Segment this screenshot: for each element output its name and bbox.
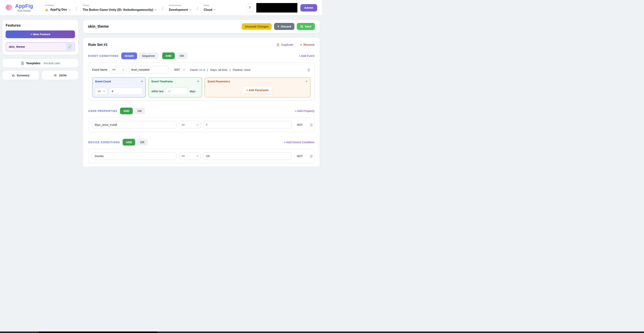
context-selectors: Company AppFig Dev / Tenant The Button G… <box>45 4 216 12</box>
ruleset-panel: Rule Set #1 Duplicate × Remove <box>83 38 320 167</box>
event-summary: Count: >= 4 | Days: all time | Params: n… <box>190 68 250 71</box>
device-value-input[interactable] <box>203 152 292 160</box>
tenant-label: Tenant <box>83 4 156 7</box>
property-name-input[interactable] <box>92 121 176 129</box>
edit-feature-button[interactable] <box>66 43 73 50</box>
breadcrumb-separator: / <box>197 6 198 11</box>
event-timeframe-card: Event Timeframe × within last days <box>148 77 202 97</box>
environment-label: Environment <box>169 4 191 7</box>
remove-ruleset-button[interactable]: × Remove <box>300 43 314 46</box>
chevron-down-icon <box>183 68 185 70</box>
chevron-down-icon <box>196 155 198 157</box>
event-not-select[interactable]: NOT <box>174 66 186 74</box>
save-button[interactable]: Save <box>297 23 315 30</box>
device-logic-or-toggle[interactable]: OR <box>137 139 148 145</box>
timeframe-days-input[interactable] <box>166 88 188 95</box>
event-count-card: Event Count × >= <box>92 77 146 97</box>
main-content: skin_theme Unsaved Changes × Discard Sav… <box>83 20 320 167</box>
chevron-down-icon <box>103 90 105 92</box>
summary-label: Summary <box>17 74 30 77</box>
add-parameter-button[interactable]: + Add Parameter <box>243 87 272 94</box>
count-value-input[interactable] <box>109 88 143 95</box>
property-search[interactable] <box>92 121 176 129</box>
redacted-user-info <box>256 3 298 13</box>
tenant-selector[interactable]: Tenant The Button Game Unity (ID: thebut… <box>83 4 156 12</box>
user-property-row: == NOT <box>88 118 314 132</box>
device-not-toggle[interactable]: NOT <box>297 155 303 158</box>
event-condition-card: Event Name == NOT Count: >= 4 | Days: al… <box>88 63 314 101</box>
ruleset-title: Rule Set #1 <box>88 43 108 47</box>
app-subtitle: Rule Builder <box>18 9 31 12</box>
event-count-title: Event Count <box>95 80 111 83</box>
property-not-toggle[interactable]: NOT <box>297 123 303 126</box>
feature-name: skin_theme <box>9 45 25 49</box>
search-icon <box>94 155 97 158</box>
templates-label: Templates <box>26 62 40 65</box>
search-icon <box>94 124 97 126</box>
event-operator-select[interactable]: == <box>110 66 126 74</box>
count-operator-select[interactable]: >= <box>95 88 107 95</box>
sidebar: Features + New Feature skin_theme Templa… <box>2 20 78 80</box>
event-logic-and-toggle[interactable]: AND <box>162 53 175 59</box>
discard-button[interactable]: × Discard <box>274 23 294 30</box>
property-value-input[interactable] <box>203 121 292 129</box>
admin-button[interactable]: Admin <box>300 4 317 11</box>
chevron-down-icon <box>196 123 198 125</box>
delete-property-button[interactable] <box>310 123 313 127</box>
device-property-input[interactable] <box>92 152 176 160</box>
breadcrumb-separator: / <box>162 6 163 11</box>
mode-label: Mode <box>204 4 216 7</box>
page-title: skin_theme <box>88 24 109 29</box>
templates-button[interactable]: Templates · Pre-built rules <box>2 59 78 68</box>
device-operator-select[interactable]: == <box>179 152 201 160</box>
mode-value: Cloud <box>204 8 212 12</box>
close-icon: × <box>277 25 279 28</box>
device-condition-row: == NOT <box>88 149 314 163</box>
new-feature-button[interactable]: + New Feature <box>6 31 75 38</box>
event-mode-sequence-tab[interactable]: Sequence <box>139 53 158 59</box>
mode-selector[interactable]: Mode Cloud <box>204 4 216 12</box>
close-event-count-button[interactable]: × <box>141 80 143 83</box>
close-event-parameters-button[interactable]: × <box>306 80 308 83</box>
search-icon <box>131 68 134 71</box>
close-event-timeframe-button[interactable]: × <box>197 80 199 83</box>
page-body: Features + New Feature skin_theme Templa… <box>0 16 322 167</box>
chevron-down-icon <box>214 8 216 10</box>
view-switcher: Summary JSON <box>2 71 78 80</box>
feature-item-skin-theme[interactable]: skin_theme <box>6 42 75 51</box>
company-selector[interactable]: Company AppFig Dev <box>45 4 70 12</box>
top-header: AppFig Rule Builder Company AppFig Dev /… <box>0 0 322 16</box>
event-timeframe-title: Event Timeframe <box>152 80 173 83</box>
event-logic-or-toggle[interactable]: OR <box>176 53 187 59</box>
company-value: AppFig Dev <box>50 8 67 11</box>
event-name-search[interactable] <box>129 66 168 74</box>
add-property-button[interactable]: + Add Property <box>295 109 314 113</box>
user-logic-or-toggle[interactable]: OR <box>134 108 145 114</box>
add-event-button[interactable]: + Add Event <box>298 54 314 58</box>
clipboard-icon <box>276 43 280 46</box>
days-label: days <box>190 90 196 93</box>
summary-view-button[interactable]: Summary <box>2 71 39 80</box>
user-logic-and-toggle[interactable]: AND <box>120 108 133 114</box>
unsaved-changes-badge: Unsaved Changes <box>242 23 272 30</box>
environment-value: Development <box>169 8 188 12</box>
chevron-down-icon <box>68 8 70 10</box>
features-panel: Features + New Feature skin_theme <box>2 20 78 55</box>
app-title: AppFig <box>15 3 33 9</box>
delete-device-condition-button[interactable] <box>310 154 313 158</box>
header-right-group: ? Admin <box>246 3 317 13</box>
chevron-down-icon <box>189 8 192 10</box>
close-icon: × <box>300 43 302 46</box>
device-search[interactable] <box>92 152 176 160</box>
event-conditions-heading: EVENT CONDITIONS <box>88 54 119 57</box>
device-logic-and-toggle[interactable]: AND <box>123 139 135 145</box>
property-operator-select[interactable]: == <box>179 121 201 129</box>
duplicate-ruleset-button[interactable]: Duplicate <box>276 43 294 46</box>
event-mode-simple-tab[interactable]: Simple <box>121 53 137 59</box>
json-view-button[interactable]: JSON <box>42 71 78 80</box>
add-device-condition-button[interactable]: + Add Device Condition <box>284 141 314 144</box>
environment-selector[interactable]: Environment Development <box>169 4 191 12</box>
delete-event-button[interactable] <box>307 68 310 72</box>
event-name-input[interactable] <box>129 66 168 74</box>
help-button[interactable]: ? <box>246 4 253 12</box>
